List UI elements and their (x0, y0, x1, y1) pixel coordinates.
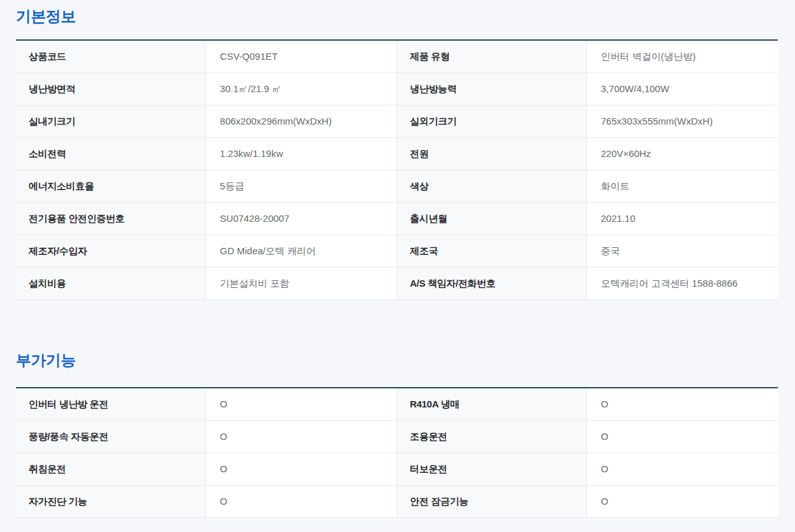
table-row: 인버터 냉난방 운전 O R410A 냉매 O (16, 388, 778, 421)
table-row: 실내기크기 806x200x296mm(WxDxH) 실외기크기 765x303… (16, 106, 778, 138)
spec-label: 출시년월 (397, 203, 587, 235)
spec-label: 조용운전 (397, 421, 587, 453)
spec-label: 제조국 (397, 235, 587, 268)
spec-value: O (587, 486, 778, 518)
section-additional-features: 부가기능 인버터 냉난방 운전 O R410A 냉매 O 풍량/풍속 자동운전 … (16, 300, 778, 518)
spec-label: 냉난방능력 (397, 73, 587, 106)
spec-value: O (587, 421, 778, 453)
table-row: 에너지소비효율 5등급 색상 화이트 (16, 170, 778, 203)
section-title-basic-info: 기본정보 (16, 0, 778, 25)
spec-label: 냉난방면적 (16, 73, 206, 106)
spec-value: 1.23kw/1.19kw (206, 138, 397, 170)
section-basic-info: 기본정보 상품코드 CSV-Q091ET 제품 유형 인버터 벽걸이(냉난방) … (16, 0, 778, 300)
spec-value: 화이트 (587, 170, 778, 203)
spec-label: 제품 유형 (397, 40, 587, 73)
spec-label: 인버터 냉난방 운전 (16, 388, 206, 421)
spec-label: 실외기크기 (397, 106, 587, 138)
spec-value: O (206, 421, 397, 453)
spec-label: 소비전력 (16, 138, 206, 170)
spec-label: 전원 (397, 138, 587, 170)
spec-label: 안전 잠금기능 (397, 486, 587, 518)
product-spec-page: 기본정보 상품코드 CSV-Q091ET 제품 유형 인버터 벽걸이(냉난방) … (0, 0, 795, 532)
table-row: 전기용품 안전인증번호 SU07428-20007 출시년월 2021.10 (16, 203, 778, 235)
table-row: 상품코드 CSV-Q091ET 제품 유형 인버터 벽걸이(냉난방) (16, 40, 778, 73)
spec-label: 실내기크기 (16, 106, 206, 138)
spec-value: SU07428-20007 (206, 203, 397, 235)
spec-value: 중국 (587, 235, 778, 268)
spec-label: 전기용품 안전인증번호 (16, 203, 206, 235)
table-row: 취침운전 O 터보운전 O (16, 453, 778, 486)
section-title-additional-features: 부가기능 (16, 351, 778, 369)
spec-value: CSV-Q091ET (206, 40, 397, 73)
spec-value: O (206, 486, 397, 518)
spec-value: 오텍캐리어 고객센터 1588-8866 (587, 268, 778, 300)
spec-label: 자가진단 기능 (16, 486, 206, 518)
spec-value: 765x303x555mm(WxDxH) (587, 106, 778, 138)
spec-value: 인버터 벽걸이(냉난방) (587, 40, 778, 73)
spec-label: 에너지소비효율 (16, 170, 206, 203)
spec-value: O (206, 453, 397, 486)
additional-features-table: 인버터 냉난방 운전 O R410A 냉매 O 풍량/풍속 자동운전 O 조용운… (16, 387, 778, 518)
spec-label: A/S 책임자/전화번호 (397, 268, 587, 300)
table-row: 소비전력 1.23kw/1.19kw 전원 220V×60Hz (16, 138, 778, 170)
spec-value: O (587, 453, 778, 486)
spec-value: 30.1㎡/21.9 ㎡ (206, 73, 397, 106)
spec-value: 3,700W/4,100W (587, 73, 778, 106)
spec-label: R410A 냉매 (397, 388, 587, 421)
table-row: 풍량/풍속 자동운전 O 조용운전 O (16, 421, 778, 453)
spec-label: 상품코드 (16, 40, 206, 73)
spec-label: 풍량/풍속 자동운전 (16, 421, 206, 453)
spec-label: 제조자/수입자 (16, 235, 206, 268)
spec-value: 220V×60Hz (587, 138, 778, 170)
table-row: 자가진단 기능 O 안전 잠금기능 O (16, 486, 778, 518)
basic-info-table: 상품코드 CSV-Q091ET 제품 유형 인버터 벽걸이(냉난방) 냉난방면적… (16, 39, 778, 300)
spec-value: O (206, 388, 397, 421)
spec-value: 2021.10 (587, 203, 778, 235)
spec-value: 806x200x296mm(WxDxH) (206, 106, 397, 138)
spec-label: 색상 (397, 170, 587, 203)
spec-label: 취침운전 (16, 453, 206, 486)
table-row: 제조자/수입자 GD Midea/오텍 캐리어 제조국 중국 (16, 235, 778, 268)
spec-value: GD Midea/오텍 캐리어 (206, 235, 397, 268)
spec-value: 기본설치비 포함 (206, 268, 397, 300)
table-row: 설치비용 기본설치비 포함 A/S 책임자/전화번호 오텍캐리어 고객센터 15… (16, 268, 778, 300)
spec-value: O (587, 388, 778, 421)
spec-label: 터보운전 (397, 453, 587, 486)
spec-label: 설치비용 (16, 268, 206, 300)
table-row: 냉난방면적 30.1㎡/21.9 ㎡ 냉난방능력 3,700W/4,100W (16, 73, 778, 106)
spec-value: 5등급 (206, 170, 397, 203)
